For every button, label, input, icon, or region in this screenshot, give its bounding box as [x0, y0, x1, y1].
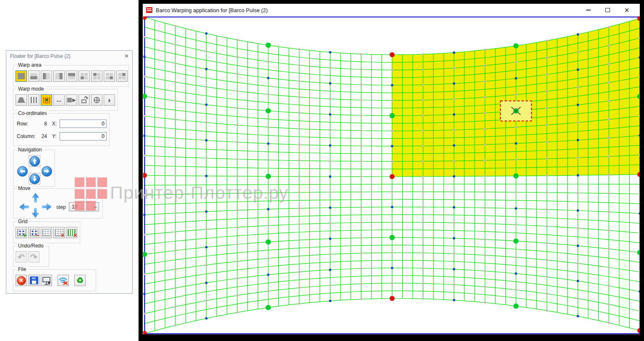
area-top-half-icon [68, 73, 75, 79]
row-value: 8 [37, 121, 47, 127]
warp-area-area-top-half-button[interactable] [66, 70, 77, 82]
navigation-nav-right-button[interactable] [41, 165, 52, 177]
warp-mode-buttons: ↔▶↷◗ [16, 94, 116, 106]
navigation-nav-left-button[interactable] [16, 165, 28, 177]
warp-mode-mode-shift-button[interactable]: ▶ [66, 94, 77, 106]
warp-area-group: Warp area [13, 65, 129, 87]
warp-area-area-quad-top-left-button[interactable] [91, 70, 102, 82]
y-input[interactable] [60, 132, 107, 141]
file-file-exit-button[interactable]: ✕ [16, 275, 27, 286]
navigation-group: Navigation [13, 150, 55, 187]
floater-title: Floater for [Barco Pulse (2) [10, 53, 71, 59]
floater-titlebar[interactable]: Floater for [Barco Pulse (2) × [6, 51, 132, 62]
undo-redo-group: Undo/Redo ↶↷ [13, 246, 49, 267]
undo-icon: ↶ [18, 253, 25, 261]
warp-area-area-quad-bottom-left-button[interactable] [79, 70, 90, 82]
step-value: 10 [72, 204, 77, 210]
file-file-display-button[interactable] [41, 275, 52, 286]
minimize-button[interactable] [579, 4, 598, 16]
grid-grid-remove-points-button[interactable]: − [28, 227, 39, 238]
file-file-refresh-button[interactable]: ♻ [74, 275, 86, 286]
move-right-button[interactable] [42, 202, 52, 212]
grid-label: Grid [17, 219, 29, 224]
edit-undo-button[interactable]: ↶ [16, 251, 27, 263]
main-window-title: Barco Warping application for [Barco Pul… [156, 7, 268, 13]
column-value: 24 [37, 133, 47, 139]
warp-area-area-right-half-button[interactable] [53, 70, 65, 82]
navigation-nav-down-button[interactable] [29, 173, 40, 185]
navigation-nav-up-button[interactable] [29, 155, 40, 167]
close-button[interactable]: × [617, 4, 636, 16]
down-circle-arrow-icon [29, 174, 40, 184]
warp-mode-mode-rotate-button[interactable]: ↷ [79, 94, 90, 106]
maximize-icon [605, 8, 610, 12]
barco-app-icon [146, 7, 152, 13]
undo-redo-label: Undo/Redo [17, 243, 45, 249]
undo-redo-buttons: ↶↷ [16, 251, 41, 263]
up-circle-arrow-icon [29, 156, 40, 167]
move-up-button[interactable] [30, 193, 40, 203]
warp-mode-mode-keystone-button[interactable] [16, 94, 27, 106]
arrow-horizontal-icon: ↔ [55, 96, 63, 104]
coordinates-label: Co-ordinates [17, 110, 48, 116]
warp-area-area-quad-bottom-right-button[interactable] [104, 70, 115, 82]
area-right-half-icon [55, 73, 63, 79]
column-label: Column: [17, 133, 37, 139]
maximize-button[interactable] [598, 4, 617, 16]
x-input[interactable] [60, 120, 107, 128]
floater-close-icon[interactable]: × [125, 53, 128, 60]
step-label: step [56, 204, 66, 210]
grid-remove-points-icon: − [30, 229, 38, 236]
row-label: Row: [17, 121, 37, 127]
step-dropdown[interactable]: 10 [69, 202, 99, 211]
area-full-icon [18, 73, 25, 79]
warp-area-label: Warp area [17, 62, 43, 68]
redo-icon: ↷ [30, 253, 37, 261]
grid-grid-show-button[interactable] [41, 227, 52, 238]
x-label: X: [52, 121, 60, 127]
edit-redo-button[interactable]: ↷ [28, 251, 39, 263]
left-circle-arrow-icon [17, 166, 28, 177]
right-arrow-icon [42, 202, 52, 212]
grid-plain-icon [42, 229, 51, 236]
warp-area-area-quad-top-right-button[interactable] [116, 70, 128, 82]
move-label: Move [17, 185, 31, 191]
chevron-down-icon [93, 205, 97, 208]
warp-mode-mode-shift-horizontal-button[interactable]: ↔ [53, 94, 65, 106]
warp-mode-mode-center-button[interactable] [91, 94, 102, 106]
file-file-save-button[interactable] [28, 275, 39, 286]
move-down-button[interactable] [30, 208, 40, 218]
file-display-icon [42, 276, 51, 285]
warp-mesh-canvas[interactable] [143, 16, 640, 334]
grid-grid-add-points-button[interactable]: + [16, 227, 27, 238]
area-bottom-half-icon [30, 73, 37, 79]
grid-grid-delete-button[interactable]: × [53, 227, 65, 238]
keystone-icon [18, 97, 25, 103]
up-arrow-icon [31, 193, 40, 203]
warp-mode-mode-warp-points-button[interactable] [41, 94, 52, 106]
main-window-titlebar[interactable]: Barco Warping application for [Barco Pul… [143, 4, 640, 16]
warp-mode-group: Warp mode ↔▶↷◗ [13, 89, 118, 111]
file-refresh-icon: ♻ [76, 276, 84, 284]
minimize-icon [586, 10, 591, 10]
area-left-half-icon [43, 73, 50, 79]
file-buttons: ✕ ♻ [16, 275, 87, 286]
area-quad-top-right-icon [118, 73, 126, 79]
file-label: File [17, 266, 27, 272]
warp-area-area-full-button[interactable] [16, 70, 27, 82]
warp-points-icon [43, 97, 50, 103]
file-file-disconnect-button[interactable] [58, 275, 69, 286]
area-quad-bottom-left-icon [81, 73, 88, 79]
warp-area-area-bottom-half-button[interactable] [28, 70, 39, 82]
close-icon: × [624, 6, 629, 14]
warp-area-area-left-half-button[interactable] [41, 70, 52, 82]
move-group: Move step 10 [13, 188, 103, 219]
coordinates-group: Co-ordinates Row: 8 X: Column: 24 Y: [13, 113, 110, 146]
warp-mode-mode-curve-button[interactable]: ◗ [104, 94, 115, 106]
grid-grid-delete-points-button[interactable]: × [66, 227, 77, 238]
move-left-button[interactable] [19, 202, 29, 212]
floater-panel: Floater for [Barco Pulse (2) × Warp area… [6, 50, 133, 294]
file-close-icon: ✕ [17, 276, 26, 285]
area-quad-bottom-right-icon [106, 73, 113, 79]
warp-mode-mode-linearity-button[interactable] [28, 94, 39, 106]
